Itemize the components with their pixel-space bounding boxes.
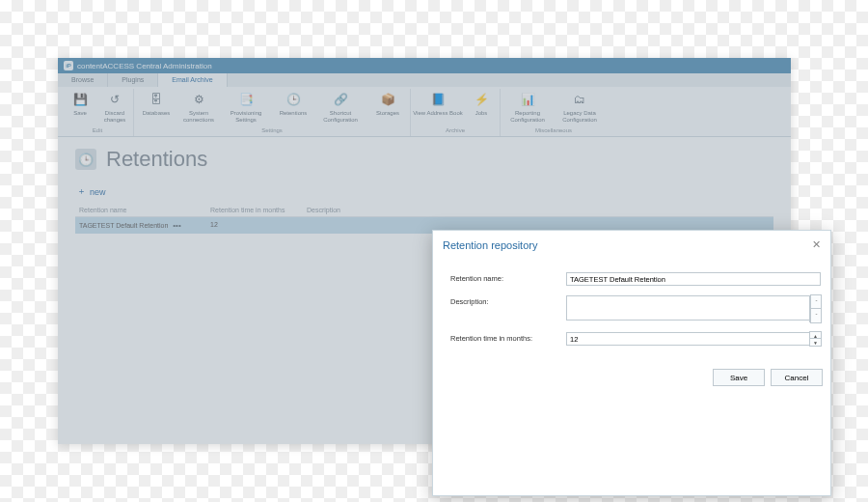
new-retention-link[interactable]: ＋ new — [77, 185, 772, 198]
dialog-footer: Save Cancel — [433, 363, 830, 392]
retention-dialog: Retention repository ✕ Retention name: D… — [432, 230, 831, 496]
row-actions-icon[interactable]: ••• — [173, 221, 180, 230]
chart-icon: 📊 — [519, 91, 536, 108]
textarea-scroll[interactable]: ˄ ˅ — [809, 295, 821, 322]
input-retention-months[interactable] — [566, 332, 821, 346]
ribbon-group-edit-label: Edit — [93, 127, 102, 133]
database-icon: 🗄 — [148, 91, 165, 108]
cell-desc — [307, 221, 403, 230]
col-retention-name: Retention name — [75, 207, 210, 213]
ribbon-databases-label: Databases — [143, 110, 171, 124]
ribbon-save-label: Save — [73, 110, 87, 124]
new-label: new — [90, 187, 106, 197]
ribbon: 💾 Save ↺ Discard changes Edit 🗄 Database… — [58, 87, 791, 137]
app-logo-icon: iP — [64, 61, 73, 70]
label-retention-name: Retention name: — [450, 272, 566, 283]
ribbon-group-settings: 🗄 Databases ⚙ System connections 📑 Provi… — [134, 89, 411, 136]
input-description[interactable] — [566, 295, 821, 321]
ribbon-group-archive: 📘 View Address Book ⚡ Jobs Archive — [411, 89, 501, 136]
tab-email-archive[interactable]: Email Archive — [158, 73, 227, 87]
ribbon-tabs: Browse Plugins Email Archive — [58, 73, 791, 87]
ribbon-shortcut-config[interactable]: 🔗 Shortcut Configuration — [315, 89, 366, 126]
tab-plugins[interactable]: Plugins — [108, 73, 158, 87]
storage-icon: 📦 — [379, 91, 396, 108]
ribbon-retentions[interactable]: 🕒 Retentions — [273, 89, 313, 126]
ribbon-group-misc-label: Miscellaneous — [535, 127, 572, 133]
dialog-body: Retention name: Description: ˄ ˅ Retenti… — [433, 259, 830, 363]
tab-browse[interactable]: Browse — [58, 73, 108, 87]
label-retention-months: Retention time in months: — [450, 332, 566, 343]
undo-icon: ↺ — [106, 91, 123, 108]
ribbon-shortcut-label: Shortcut Configuration — [315, 110, 366, 124]
ribbon-reporting-label: Reporting Configuration — [502, 110, 553, 124]
clock-icon: 🕒 — [285, 91, 302, 108]
ribbon-sysconn-label: System connections — [178, 110, 219, 124]
ribbon-group-misc: 📊 Reporting Configuration 🗂 Legacy Data … — [501, 89, 607, 136]
ribbon-address-label: View Address Book — [413, 110, 463, 124]
ribbon-jobs-label: Jobs — [475, 110, 488, 124]
window-title: contentACCESS Central Administration — [77, 62, 212, 70]
ribbon-storages-label: Storages — [376, 110, 399, 124]
page-title: 🕒 Retentions — [75, 147, 773, 172]
spinner-arrows: ▲ ▼ — [810, 332, 821, 346]
save-icon: 💾 — [71, 91, 89, 108]
ribbon-discard-label: Discard changes — [98, 110, 131, 124]
ribbon-discard[interactable]: ↺ Discard changes — [98, 89, 131, 126]
gear-icon: ⚙ — [190, 91, 207, 108]
book-icon: 📘 — [429, 91, 447, 108]
ribbon-group-edit: 💾 Save ↺ Discard changes Edit — [62, 89, 134, 136]
spinner-down-icon[interactable]: ▼ — [809, 338, 822, 347]
ribbon-storages[interactable]: 📦 Storages — [367, 89, 408, 126]
folder-icon: 🗂 — [571, 91, 588, 108]
save-button[interactable]: Save — [713, 369, 765, 386]
input-retention-name[interactable] — [566, 272, 821, 286]
ribbon-system-connections[interactable]: ⚙ System connections — [178, 89, 219, 126]
link-icon: 🔗 — [332, 91, 349, 108]
jobs-icon: ⚡ — [473, 91, 490, 108]
cancel-button[interactable]: Cancel — [771, 369, 823, 386]
dialog-close-icon[interactable]: ✕ — [812, 238, 821, 251]
ribbon-provisioning-label: Provisioning Settings — [221, 110, 271, 124]
col-description: Description — [307, 207, 403, 213]
dialog-header: Retention repository ✕ — [433, 231, 830, 259]
label-description: Description: — [450, 295, 566, 306]
ribbon-legacy[interactable]: 🗂 Legacy Data Configuration — [555, 89, 605, 126]
dialog-title: Retention repository — [443, 239, 812, 251]
window-titlebar: iP contentACCESS Central Administration — [58, 58, 791, 73]
ribbon-legacy-label: Legacy Data Configuration — [555, 110, 605, 124]
plus-icon: ＋ — [77, 185, 86, 198]
ribbon-address-book[interactable]: 📘 View Address Book — [413, 89, 463, 126]
table-header: Retention name Retention time in months … — [75, 204, 773, 217]
ribbon-reporting[interactable]: 📊 Reporting Configuration — [502, 89, 553, 126]
ribbon-retentions-label: Retentions — [280, 110, 308, 124]
col-retention-months: Retention time in months — [210, 207, 307, 213]
ribbon-provisioning[interactable]: 📑 Provisioning Settings — [221, 89, 271, 126]
retentions-page-icon: 🕒 — [75, 149, 96, 170]
ribbon-group-archive-label: Archive — [446, 127, 465, 133]
ribbon-save[interactable]: 💾 Save — [64, 89, 96, 126]
ribbon-jobs[interactable]: ⚡ Jobs — [465, 89, 498, 126]
chevron-down-icon[interactable]: ˅ — [810, 308, 822, 323]
cell-name-text: TAGETEST Default Retention — [79, 222, 168, 229]
ribbon-databases[interactable]: 🗄 Databases — [136, 89, 176, 126]
page-heading: Retentions — [106, 147, 207, 172]
provisioning-icon: 📑 — [237, 91, 255, 108]
cell-months: 12 — [210, 221, 307, 230]
cell-name: TAGETEST Default Retention ••• — [75, 221, 210, 230]
ribbon-group-settings-label: Settings — [261, 127, 283, 133]
